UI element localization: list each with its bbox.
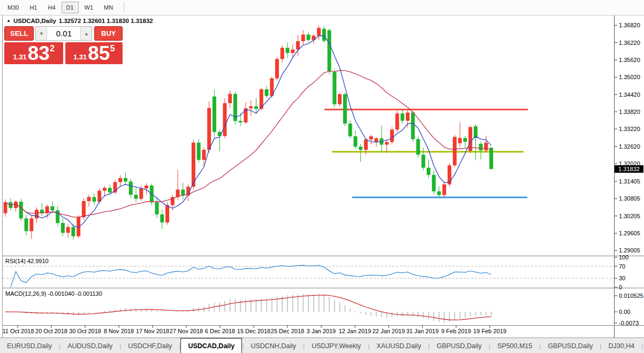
price-axis-label: 1.33820 [619, 109, 640, 115]
buy-price-big: 85 [88, 44, 110, 63]
symbol-tab-dj30-h4[interactable]: DJ30,H4 [602, 338, 642, 353]
chart-symbol-label: USDCAD,Daily [13, 18, 56, 24]
macd-indicator-label: MACD(12,26,9) -0.001040 -0.001130 [5, 290, 102, 297]
horizontal-level-lines[interactable] [324, 110, 528, 197]
one-click-trading-widget: SELL ▼ ▲ BUY 1.31 83 2 1.31 85 5 [4, 26, 123, 64]
price-axis-label: 1.35620 [619, 57, 640, 63]
volume-decrease-button[interactable]: ▼ [36, 27, 47, 40]
rsi-axis-label: 30 [619, 275, 625, 281]
buy-price-pip: 5 [110, 44, 115, 53]
sell-price-pip: 2 [50, 44, 55, 53]
macd-axis-label: 0.010525 [619, 293, 643, 299]
price-axis-label: 1.30205 [619, 213, 640, 219]
price-axis-label: 1.34420 [619, 91, 640, 98]
symbol-tab-eurusd-daily[interactable]: EURUSD,Daily [0, 338, 59, 353]
symbol-tab-bar: EURUSD,Daily|AUDUSD,Daily|USDCHF,Daily|U… [0, 337, 644, 353]
symbol-tab-gbpusd-daily[interactable]: GBPUSD,Daily [430, 338, 489, 353]
price-axis-label: 1.36820 [619, 22, 640, 28]
symbol-tab-usdjpy-weekly[interactable]: USDJPY,Weekly [305, 338, 368, 353]
sell-price-big: 83 [28, 44, 50, 63]
symbol-tab-gbpusd-daily[interactable]: GBPUSD,Daily [541, 338, 600, 353]
symbol-tab-usdchf-daily[interactable]: USDCHF,Daily [121, 338, 179, 353]
volume-input[interactable] [47, 27, 80, 40]
price-axis-label: 1.29005 [619, 247, 640, 254]
timeframe-button-h4[interactable]: H4 [43, 2, 60, 13]
volume-increase-button[interactable]: ▲ [80, 27, 92, 40]
timeframe-button-m30[interactable]: M30 [3, 2, 24, 13]
buy-price-prefix: 1.31 [73, 53, 87, 61]
price-axis-label: 1.31405 [619, 178, 640, 185]
rsi-axis-label: 100 [619, 254, 628, 260]
price-axis-label: 1.33220 [619, 126, 640, 132]
timeframe-toolbar: M30H1H4D1W1MN [0, 0, 644, 16]
sell-button[interactable]: SELL [4, 26, 34, 41]
macd-axis-label: -0.0073 [619, 320, 639, 326]
rsi-line [11, 265, 491, 287]
price-axis-label: 1.29605 [619, 230, 640, 236]
chart-title: ▲ USDCAD,Daily 1.32572 1.32601 1.31830 1… [6, 18, 153, 24]
price-axis-label: 1.32620 [619, 143, 640, 150]
chart-ohlc-values: 1.32572 1.32601 1.31830 1.31832 [59, 18, 153, 24]
price-axis-label: 1.35020 [619, 74, 640, 80]
buy-price-display[interactable]: 1.31 85 5 [65, 42, 123, 64]
symbol-tab-audusd-daily[interactable]: AUDUSD,Daily [60, 338, 119, 353]
timeframe-button-w1[interactable]: W1 [80, 2, 99, 13]
price-axis-label: 1.36220 [619, 40, 640, 46]
symbol-tab-usdcnh-daily[interactable]: USDCNH,Daily [244, 338, 303, 353]
macd-histogram [5, 294, 491, 323]
macd-axis-label: 0.00 [619, 309, 630, 315]
collapse-panel-icon[interactable]: ▲ [6, 18, 11, 23]
current-price-tag: 1.31832 [615, 165, 643, 173]
symbol-tab-xauusd-daily[interactable]: XAUUSD,Daily [369, 338, 428, 353]
timeframe-button-d1[interactable]: D1 [62, 2, 79, 13]
volume-stepper: ▼ ▲ [35, 26, 92, 41]
timeframe-button-mn[interactable]: MN [99, 2, 118, 13]
sell-price-prefix: 1.31 [13, 53, 26, 61]
date-axis-label: 19 Feb 2019 [469, 328, 510, 334]
ma-fast-line [5, 36, 491, 227]
symbol-tab-sp500-m15[interactable]: SP500,M15 [490, 338, 539, 353]
rsi-axis-label: 70 [619, 263, 625, 270]
buy-button[interactable]: BUY [94, 26, 123, 41]
toolbar-separator [124, 2, 124, 13]
symbol-tab-usdcad-daily[interactable]: USDCAD,Daily [180, 338, 242, 353]
rsi-indicator-label: RSI(14) 42.9910 [5, 258, 49, 264]
rsi-axis-label: 0 [619, 284, 622, 290]
timeframe-button-h1[interactable]: H1 [25, 2, 42, 13]
sell-price-display[interactable]: 1.31 83 2 [4, 42, 63, 64]
price-axis-label: 1.30805 [619, 195, 640, 202]
